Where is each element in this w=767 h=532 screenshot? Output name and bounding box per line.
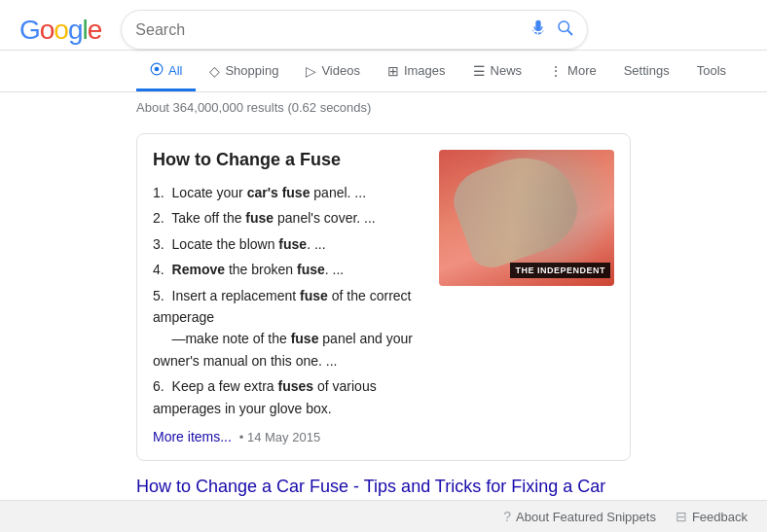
- results-count: About 364,000,000 results (0.62 seconds): [136, 100, 371, 115]
- tab-shopping-label: Shopping: [225, 63, 278, 78]
- list-item: 4. Remove the broken fuse. ...: [153, 257, 423, 282]
- logo-letter-o2: o: [54, 15, 68, 45]
- videos-icon: ▷: [306, 63, 316, 79]
- logo-letter-g2: g: [68, 15, 83, 45]
- about-snippets[interactable]: ? About Featured Snippets: [503, 509, 656, 524]
- shopping-icon: ◇: [209, 63, 220, 79]
- tab-all[interactable]: All: [136, 53, 196, 91]
- search-icons: [530, 17, 573, 43]
- tab-videos[interactable]: ▷ Videos: [292, 53, 374, 91]
- featured-snippet: How to Change a Fuse 1. Locate your car'…: [136, 133, 631, 461]
- nav-tabs: All ◇ Shopping ▷ Videos ⊞ Images ☰ News …: [0, 53, 767, 91]
- snippet-date: • 14 May 2015: [239, 430, 320, 444]
- list-item: 2. Take off the fuse panel's cover. ...: [153, 205, 423, 231]
- tab-settings-label: Settings: [624, 63, 670, 78]
- snippet-image: THE INDEPENDENT: [439, 150, 614, 286]
- tab-shopping[interactable]: ◇ Shopping: [196, 53, 292, 91]
- list-item: 6. Keep a few extra fuses of various amp…: [153, 373, 423, 421]
- snippet-list: 1. Locate your car's fuse panel. ... 2. …: [153, 180, 423, 421]
- result-title[interactable]: How to Change a Car Fuse - Tips and Tric…: [136, 477, 631, 497]
- page-footer: ? About Featured Snippets ⊟ Feedback: [0, 500, 767, 532]
- svg-point-3: [155, 67, 160, 72]
- header: Google quick way to change a car fuse: [0, 0, 767, 51]
- list-item: 5. Insert a replacement fuse of the corr…: [153, 283, 423, 374]
- feedback-button[interactable]: ⊟ Feedback: [676, 509, 748, 524]
- tab-tools-label: Tools: [697, 63, 726, 78]
- search-input[interactable]: quick way to change a car fuse: [135, 21, 530, 39]
- tab-videos-label: Videos: [321, 63, 360, 78]
- list-item: 1. Locate your car's fuse panel. ...: [153, 180, 423, 205]
- tab-more-label: More: [567, 63, 597, 78]
- results-info: About 364,000,000 results (0.62 seconds): [0, 92, 767, 124]
- more-items-link[interactable]: More items...: [153, 429, 232, 444]
- tab-news[interactable]: ☰ News: [459, 53, 536, 91]
- logo-letter-e: e: [88, 15, 102, 45]
- microphone-icon[interactable]: [530, 17, 546, 43]
- google-logo: Google: [19, 15, 101, 46]
- tab-tools[interactable]: Tools: [683, 53, 740, 90]
- all-icon: [150, 62, 164, 79]
- help-icon: ?: [503, 509, 511, 524]
- image-source-label: THE INDEPENDENT: [510, 263, 610, 278]
- more-icon: ⋮: [549, 63, 563, 79]
- news-icon: ☰: [473, 63, 486, 79]
- tab-more[interactable]: ⋮ More: [535, 53, 610, 91]
- tab-news-label: News: [491, 63, 523, 78]
- tab-images-label: Images: [404, 63, 446, 78]
- nav-right: Settings Tools: [610, 53, 740, 90]
- snippet-text: How to Change a Fuse 1. Locate your car'…: [153, 150, 423, 444]
- search-submit-icon[interactable]: [556, 18, 573, 41]
- logo-letter-g: G: [19, 15, 40, 45]
- feedback-icon: ⊟: [676, 509, 687, 524]
- feedback-label: Feedback: [692, 510, 748, 524]
- about-snippets-label: About Featured Snippets: [516, 510, 656, 524]
- tab-all-label: All: [168, 63, 182, 78]
- snippet-title: How to Change a Fuse: [153, 150, 423, 170]
- logo-letter-o1: o: [40, 15, 55, 45]
- tab-settings[interactable]: Settings: [610, 53, 683, 90]
- main-content: How to Change a Fuse 1. Locate your car'…: [0, 124, 767, 523]
- images-icon: ⊞: [387, 63, 399, 79]
- search-box[interactable]: quick way to change a car fuse: [121, 10, 588, 50]
- list-item: 3. Locate the blown fuse. ...: [153, 231, 423, 257]
- svg-line-1: [568, 30, 572, 34]
- more-items-row: More items... • 14 May 2015: [153, 429, 423, 444]
- tab-images[interactable]: ⊞ Images: [374, 53, 459, 91]
